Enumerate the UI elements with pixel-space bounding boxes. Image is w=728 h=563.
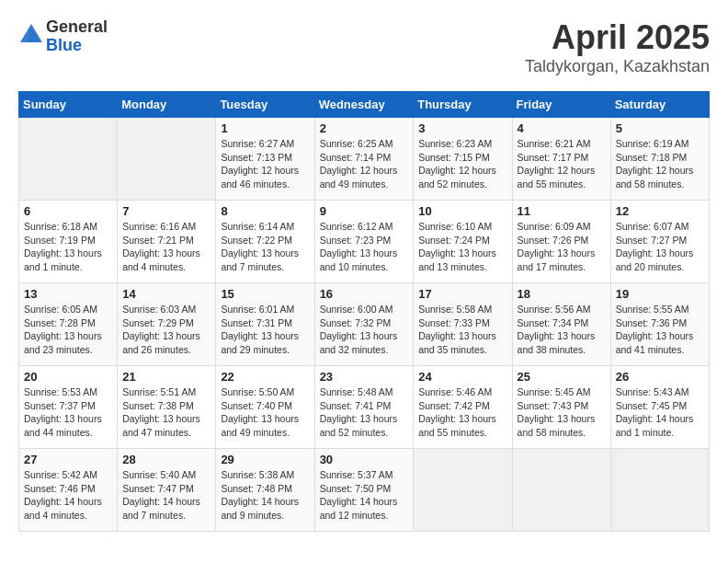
sunset: Sunset: 7:45 PM — [616, 400, 688, 411]
daylight: Daylight: 13 hours and 1 minute. — [24, 247, 102, 272]
sunrise: Sunrise: 5:53 AM — [24, 386, 97, 397]
daylight: Daylight: 13 hours and 35 minutes. — [418, 330, 496, 355]
day-number: 29 — [221, 453, 309, 466]
page-subtitle: Taldykorgan, Kazakhstan — [525, 57, 710, 76]
daylight: Daylight: 12 hours and 52 minutes. — [418, 165, 496, 190]
logo-blue: Blue — [46, 37, 108, 55]
day-info: Sunrise: 5:40 AMSunset: 7:47 PMDaylight:… — [122, 468, 210, 523]
day-number: 21 — [122, 370, 210, 384]
daylight: Daylight: 13 hours and 58 minutes. — [518, 413, 596, 438]
calendar-body: 1Sunrise: 6:27 AMSunset: 7:13 PMDaylight… — [19, 118, 710, 532]
sunrise: Sunrise: 6:14 AM — [221, 221, 294, 232]
day-info: Sunrise: 6:16 AMSunset: 7:21 PMDaylight:… — [122, 220, 210, 274]
sunrise: Sunrise: 5:55 AM — [616, 304, 689, 315]
daylight: Daylight: 13 hours and 29 minutes. — [221, 330, 299, 355]
day-number: 2 — [320, 121, 409, 135]
day-info: Sunrise: 6:01 AMSunset: 7:31 PMDaylight:… — [221, 303, 309, 357]
day-info: Sunrise: 6:03 AMSunset: 7:29 PMDaylight:… — [122, 303, 210, 357]
sunset: Sunset: 7:27 PM — [616, 235, 688, 246]
sunset: Sunset: 7:36 PM — [616, 317, 688, 328]
calendar-cell: 13Sunrise: 6:05 AMSunset: 7:28 PMDayligh… — [19, 283, 118, 366]
day-number: 22 — [221, 370, 309, 384]
sunrise: Sunrise: 6:09 AM — [518, 221, 591, 232]
daylight: Daylight: 14 hours and 1 minute. — [616, 413, 694, 438]
sunrise: Sunrise: 6:10 AM — [418, 221, 492, 232]
day-info: Sunrise: 5:43 AMSunset: 7:45 PMDaylight:… — [616, 385, 704, 440]
daylight: Daylight: 13 hours and 26 minutes. — [122, 330, 200, 355]
calendar-cell: 16Sunrise: 6:00 AMSunset: 7:32 PMDayligh… — [314, 283, 414, 366]
sunset: Sunset: 7:41 PM — [320, 400, 392, 411]
calendar-cell — [118, 118, 216, 201]
calendar-cell — [414, 449, 512, 532]
calendar-cell: 30Sunrise: 5:37 AMSunset: 7:50 PMDayligh… — [314, 449, 414, 532]
sunset: Sunset: 7:24 PM — [418, 235, 490, 246]
sunset: Sunset: 7:13 PM — [221, 152, 292, 163]
day-number: 19 — [616, 287, 704, 301]
day-number: 15 — [221, 287, 309, 301]
sunrise: Sunrise: 5:43 AM — [616, 386, 689, 397]
sunset: Sunset: 7:40 PM — [221, 400, 292, 411]
day-info: Sunrise: 6:07 AMSunset: 7:27 PMDaylight:… — [616, 220, 704, 274]
weekday-row: SundayMondayTuesdayWednesdayThursdayFrid… — [19, 92, 710, 118]
day-info: Sunrise: 5:48 AMSunset: 7:41 PMDaylight:… — [320, 385, 409, 440]
day-info: Sunrise: 5:46 AMSunset: 7:42 PMDaylight:… — [418, 385, 506, 440]
day-info: Sunrise: 6:21 AMSunset: 7:17 PMDaylight:… — [518, 137, 606, 191]
calendar-week-row: 13Sunrise: 6:05 AMSunset: 7:28 PMDayligh… — [19, 283, 710, 366]
day-number: 16 — [320, 287, 409, 301]
daylight: Daylight: 13 hours and 20 minutes. — [616, 247, 694, 272]
page-title: April 2025 — [525, 18, 710, 57]
weekday-header: Friday — [512, 92, 610, 118]
page-header: General Blue April 2025 Taldykorgan, Kaz… — [18, 18, 710, 76]
day-number: 4 — [518, 121, 606, 135]
sunset: Sunset: 7:19 PM — [24, 235, 96, 246]
day-number: 20 — [24, 370, 112, 384]
calendar-cell: 10Sunrise: 6:10 AMSunset: 7:24 PMDayligh… — [414, 201, 512, 283]
day-info: Sunrise: 5:56 AMSunset: 7:34 PMDaylight:… — [518, 303, 606, 357]
calendar-cell: 25Sunrise: 5:45 AMSunset: 7:43 PMDayligh… — [512, 366, 610, 449]
day-info: Sunrise: 5:45 AMSunset: 7:43 PMDaylight:… — [518, 385, 606, 440]
daylight: Daylight: 13 hours and 38 minutes. — [518, 330, 596, 355]
sunset: Sunset: 7:34 PM — [518, 317, 589, 328]
day-number: 25 — [518, 370, 606, 384]
daylight: Daylight: 13 hours and 47 minutes. — [122, 413, 200, 438]
calendar-week-row: 20Sunrise: 5:53 AMSunset: 7:37 PMDayligh… — [19, 366, 710, 449]
daylight: Daylight: 13 hours and 44 minutes. — [24, 413, 102, 438]
sunset: Sunset: 7:21 PM — [122, 235, 194, 246]
daylight: Daylight: 12 hours and 58 minutes. — [616, 165, 694, 190]
daylight: Daylight: 13 hours and 7 minutes. — [221, 247, 299, 272]
day-number: 10 — [418, 204, 506, 218]
daylight: Daylight: 14 hours and 12 minutes. — [320, 496, 398, 521]
day-info: Sunrise: 6:12 AMSunset: 7:23 PMDaylight:… — [320, 220, 409, 274]
day-number: 14 — [122, 287, 210, 301]
calendar-cell: 12Sunrise: 6:07 AMSunset: 7:27 PMDayligh… — [610, 201, 709, 283]
sunset: Sunset: 7:50 PM — [320, 483, 392, 494]
daylight: Daylight: 13 hours and 41 minutes. — [616, 330, 694, 355]
day-info: Sunrise: 5:37 AMSunset: 7:50 PMDaylight:… — [320, 468, 409, 523]
calendar-cell: 5Sunrise: 6:19 AMSunset: 7:18 PMDaylight… — [610, 118, 709, 201]
sunset: Sunset: 7:26 PM — [518, 235, 589, 246]
sunset: Sunset: 7:31 PM — [221, 317, 292, 328]
sunrise: Sunrise: 5:37 AM — [320, 469, 393, 480]
calendar-cell: 20Sunrise: 5:53 AMSunset: 7:37 PMDayligh… — [19, 366, 118, 449]
day-number: 8 — [221, 204, 309, 218]
day-info: Sunrise: 6:25 AMSunset: 7:14 PMDaylight:… — [320, 137, 409, 191]
sunrise: Sunrise: 5:48 AM — [320, 386, 393, 397]
day-info: Sunrise: 6:05 AMSunset: 7:28 PMDaylight:… — [24, 303, 112, 357]
logo-general: General — [46, 18, 108, 37]
calendar-cell: 3Sunrise: 6:23 AMSunset: 7:15 PMDaylight… — [414, 118, 512, 201]
calendar-cell: 11Sunrise: 6:09 AMSunset: 7:26 PMDayligh… — [512, 201, 610, 283]
calendar-cell: 27Sunrise: 5:42 AMSunset: 7:46 PMDayligh… — [19, 449, 118, 532]
calendar-cell: 28Sunrise: 5:40 AMSunset: 7:47 PMDayligh… — [118, 449, 216, 532]
day-number: 11 — [518, 204, 606, 218]
sunrise: Sunrise: 5:51 AM — [122, 386, 196, 397]
sunrise: Sunrise: 6:03 AM — [122, 304, 196, 315]
logo: General Blue — [18, 18, 108, 55]
day-number: 7 — [122, 204, 210, 218]
sunrise: Sunrise: 5:56 AM — [518, 304, 591, 315]
weekday-header: Tuesday — [216, 92, 314, 118]
sunset: Sunset: 7:43 PM — [518, 400, 589, 411]
calendar-cell — [19, 118, 118, 201]
daylight: Daylight: 13 hours and 10 minutes. — [320, 247, 398, 272]
day-number: 9 — [320, 204, 409, 218]
sunrise: Sunrise: 5:58 AM — [418, 304, 492, 315]
